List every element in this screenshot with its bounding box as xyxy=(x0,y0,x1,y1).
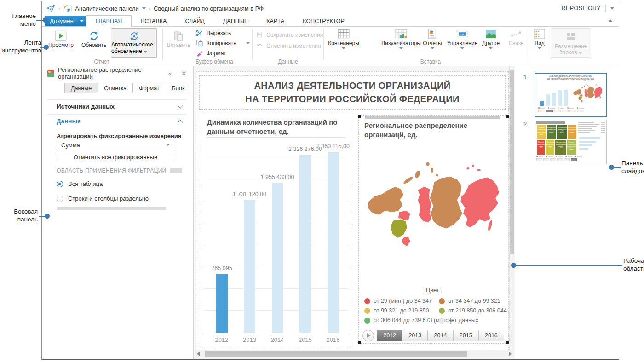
mini-table-row xyxy=(578,130,605,131)
radio-unselected-icon xyxy=(57,196,63,202)
save-changes-button[interactable]: Сохранить изменения xyxy=(256,31,323,38)
view-button[interactable]: Вид xyxy=(531,29,548,49)
mini-timeline-box xyxy=(557,158,563,161)
scrollbar-thumb[interactable] xyxy=(205,351,467,357)
other-button[interactable]: Другое xyxy=(479,29,503,49)
sidebar-tab-2[interactable]: Формат xyxy=(132,83,166,93)
selection-handle[interactable] xyxy=(358,341,361,344)
mini-value-line xyxy=(601,130,605,131)
document-menu-button[interactable]: Документ xyxy=(45,16,89,26)
mark-all-fixed-button[interactable]: Отметить все фиксированные xyxy=(57,152,174,162)
auto-refresh-toggle[interactable]: A Автоматическое обновление xyxy=(111,28,157,58)
format-button[interactable]: Формат xyxy=(196,50,226,57)
callout-line xyxy=(514,265,622,266)
sidebar-scrollbar[interactable] xyxy=(57,207,166,210)
aggregate-select[interactable]: Сумма xyxy=(57,140,174,150)
menu-tab-0[interactable]: ГЛАВНАЯ xyxy=(86,15,132,27)
map-block[interactable]: Региональное распределение организацй, е… xyxy=(358,115,508,344)
refresh-button[interactable]: Обновить xyxy=(81,30,106,48)
menu-tab-5[interactable]: КОНСТРУКТОР xyxy=(293,15,354,27)
sidebar-tab-1[interactable]: Отметка xyxy=(98,83,133,93)
selection-handle[interactable] xyxy=(506,115,509,118)
paste-button[interactable]: Вставить xyxy=(167,30,190,48)
slides-panel: 1 АНАЛИЗ ДЕЯТЕЛЬНОСТИ ОРГАНИЗАЦИЙ НА ТЕР… xyxy=(515,66,619,359)
legend-dot xyxy=(364,308,370,314)
work-area-horizontal-scrollbar[interactable] xyxy=(195,350,513,357)
legend-dot xyxy=(364,298,370,304)
visualizers-button[interactable]: Визуализаторы xyxy=(382,29,420,49)
play-icon xyxy=(367,333,371,338)
russia-map[interactable] xyxy=(363,156,504,261)
paper-plane-icon[interactable] xyxy=(46,5,55,12)
timeline-year-2014[interactable]: 2014 xyxy=(427,330,453,341)
close-panel-icon[interactable]: ✕ xyxy=(181,70,187,77)
radio-whole-table[interactable]: Вся таблица xyxy=(57,180,103,187)
selection-handle[interactable] xyxy=(506,341,509,344)
format-label: Формат xyxy=(207,50,226,57)
work-area-vertical-scrollbar[interactable] xyxy=(509,66,515,350)
breadcrumb-section-caret[interactable] xyxy=(142,7,146,10)
scrollbar-thumb[interactable] xyxy=(510,70,514,254)
repository-label[interactable]: REPOSITORY xyxy=(561,5,601,12)
preview-button[interactable]: Просмотр xyxy=(48,30,74,48)
timeline-year-2012[interactable]: 2012 xyxy=(377,330,402,341)
document-menu-caret xyxy=(80,20,84,22)
cut-button[interactable]: Вырезать xyxy=(196,29,231,37)
scroll-right-icon[interactable] xyxy=(509,352,512,356)
copy-caret[interactable] xyxy=(246,42,250,44)
bar-value-label: 1 955 433,00 xyxy=(261,174,294,180)
block-scrollbar-horizontal[interactable] xyxy=(365,116,500,119)
legend-dot xyxy=(439,298,445,304)
section-data-sources[interactable]: Источники данных xyxy=(57,103,182,110)
timeline-year-2013[interactable]: 2013 xyxy=(402,330,428,341)
treemap-row: Северо-Западный федеральный округПриволж… xyxy=(536,125,577,139)
callout-ribbon: Лента инструментов xyxy=(0,39,41,54)
mini-text-line xyxy=(578,130,595,131)
scroll-left-icon[interactable] xyxy=(197,352,200,356)
mini-value-line xyxy=(601,122,605,123)
legend-item-0: от 29 (мин.) до 34 347 xyxy=(364,298,439,304)
link-button[interactable]: Связь xyxy=(506,29,527,46)
dashboard-icon[interactable] xyxy=(63,5,72,12)
selection-handle[interactable] xyxy=(358,115,361,118)
collapse-panel-icon[interactable]: ‹‹ xyxy=(168,70,171,77)
mini-timeline-box xyxy=(571,158,577,161)
block-layout-button[interactable]: Размещение блоков xyxy=(551,28,591,58)
undo-changes-button[interactable]: Отменить изменения xyxy=(256,42,321,49)
bar-chart-block[interactable]: Динамика количества организаций по данны… xyxy=(201,114,351,348)
slide-thumbnail-2[interactable]: Северо-Западный федеральный округПриволж… xyxy=(535,120,607,164)
link-icon xyxy=(510,29,522,40)
menu-tab-2[interactable]: СЛАЙД xyxy=(176,15,214,27)
radio-rows-cols-separately[interactable]: Строки и столбцы раздельно xyxy=(57,195,149,202)
copy-button[interactable]: Копировать xyxy=(196,40,250,47)
aggregate-select-value: Сумма xyxy=(61,142,80,149)
menu-tab-4[interactable]: КАРТА xyxy=(257,15,293,27)
section-data[interactable]: Данные xyxy=(57,118,182,125)
slide-thumbnail-1[interactable]: АНАЛИЗ ДЕЯТЕЛЬНОСТИ ОРГАНИЗАЦИЙ НА ТЕРРИ… xyxy=(535,73,607,117)
repository-caret[interactable] xyxy=(610,7,614,10)
menu-tab-1[interactable]: ВСТАВКА xyxy=(132,15,176,27)
callout-sidebar: Боковая панель xyxy=(9,208,38,223)
mini-dot xyxy=(567,107,569,109)
gridline xyxy=(204,156,348,156)
reports-button[interactable]: Отчеты xyxy=(420,29,445,49)
mini-treemap: Северо-Западный федеральный округПриволж… xyxy=(536,125,577,155)
mini-legend-item xyxy=(548,107,555,109)
controls-button[interactable]: ок Управление xyxy=(446,29,479,49)
containers-button[interactable]: Контейнеры xyxy=(327,29,360,49)
timeline-year-2015[interactable]: 2015 xyxy=(453,330,479,341)
dashboard-title-block[interactable]: АНАЛИЗ ДЕЯТЕЛЬНОСТИ ОРГАНИЗАЦИЙ НА ТЕРРИ… xyxy=(199,75,506,110)
timeline-year-2016[interactable]: 2016 xyxy=(478,330,504,341)
menu-tab-3[interactable]: ДАННЫЕ xyxy=(214,15,257,27)
dashboard-title-line1: АНАЛИЗ ДЕЯТЕЛЬНОСТИ ОРГАНИЗАЦИЙ xyxy=(254,80,450,92)
visualizers-label: Визуализаторы xyxy=(381,40,421,46)
timeline-play-button[interactable] xyxy=(362,330,374,341)
block-layout-icon xyxy=(565,32,577,42)
ribbon-collapse-icon[interactable] xyxy=(609,19,612,22)
breadcrumb-section[interactable]: Аналитические панели xyxy=(75,5,139,12)
aggregate-select-caret xyxy=(166,144,170,146)
breadcrumb-document[interactable]: Сводный анализ по организациям в РФ xyxy=(154,5,264,12)
sidebar-tab-3[interactable]: Блок xyxy=(166,83,191,93)
sidebar-tab-0[interactable]: Данные xyxy=(64,83,98,93)
x-axis-label: 2014 xyxy=(271,336,284,343)
